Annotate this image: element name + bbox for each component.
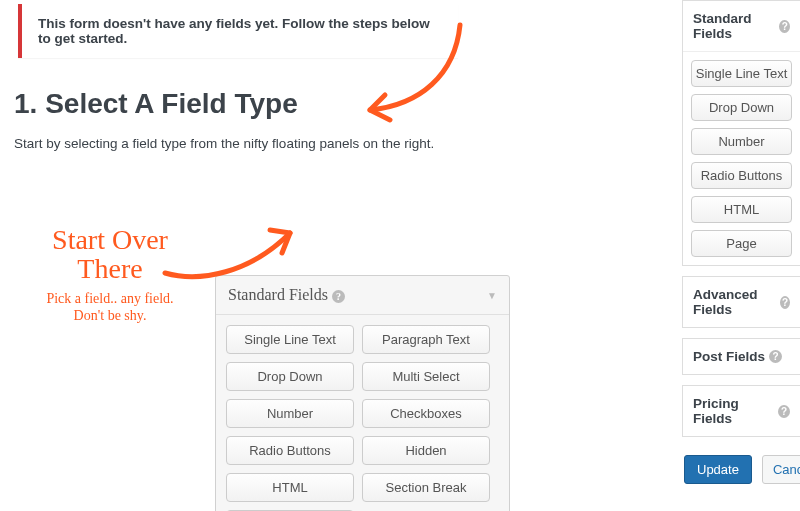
empty-form-notice: This form doesn't have any fields yet. F… [18, 4, 458, 58]
field-type-button[interactable]: Single Line Text [691, 60, 792, 87]
sidebar-panel-title: Post Fields [693, 349, 765, 364]
section-heading: 1. Select A Field Type [14, 88, 530, 120]
annotation-line: There [77, 253, 142, 284]
help-icon[interactable]: ? [332, 290, 345, 303]
field-type-button[interactable]: Page [691, 230, 792, 257]
field-type-button[interactable]: Radio Buttons [691, 162, 792, 189]
field-type-button[interactable]: Number [226, 399, 354, 428]
help-icon[interactable]: ? [769, 350, 782, 363]
annotation-sub: Pick a field.. any field. [46, 291, 173, 306]
sidebar-panel-header[interactable]: Standard Fields ? [683, 1, 800, 52]
sidebar-panel-header[interactable]: Pricing Fields ? [683, 386, 800, 436]
sidebar-panel-title: Advanced Fields [693, 287, 776, 317]
demo-panel-body: Single Line Text Paragraph Text Drop Dow… [216, 315, 509, 511]
field-type-button[interactable]: Paragraph Text [362, 325, 490, 354]
demo-fields-panel: Standard Fields ? ▼ Single Line Text Par… [215, 275, 510, 511]
demo-panel-header[interactable]: Standard Fields ? ▼ [216, 276, 509, 315]
field-type-button[interactable]: Hidden [362, 436, 490, 465]
field-type-button[interactable]: Radio Buttons [226, 436, 354, 465]
sidebar-standard-fields-panel: Standard Fields ? Single Line Text Drop … [682, 0, 800, 266]
update-button[interactable]: Update [684, 455, 752, 484]
sidebar-post-fields-panel[interactable]: Post Fields ? [682, 338, 800, 375]
sidebar-panel-title: Standard Fields [693, 11, 775, 41]
cancel-button[interactable]: Cancel [762, 455, 800, 484]
annotation-sub: Don't be shy. [74, 308, 147, 323]
field-type-button[interactable]: Checkboxes [362, 399, 490, 428]
sidebar-panel-title: Pricing Fields [693, 396, 774, 426]
field-type-button[interactable]: Number [691, 128, 792, 155]
chevron-down-icon[interactable]: ▼ [487, 290, 497, 301]
sidebar-panel-header[interactable]: Advanced Fields ? [683, 277, 800, 327]
help-icon[interactable]: ? [779, 20, 790, 33]
help-icon[interactable]: ? [780, 296, 790, 309]
sidebar-pricing-fields-panel[interactable]: Pricing Fields ? [682, 385, 800, 437]
help-icon[interactable]: ? [778, 405, 790, 418]
field-type-button[interactable]: HTML [691, 196, 792, 223]
handwritten-annotation: Start Over There Pick a field.. any fiel… [20, 225, 200, 325]
sidebar-advanced-fields-panel[interactable]: Advanced Fields ? [682, 276, 800, 328]
sidebar-panel-header[interactable]: Post Fields ? [683, 339, 800, 374]
field-type-button[interactable]: Single Line Text [226, 325, 354, 354]
annotation-line: Start Over [52, 224, 168, 255]
field-type-button[interactable]: Multi Select [362, 362, 490, 391]
demo-panel-title: Standard Fields [228, 286, 328, 303]
field-type-button[interactable]: Section Break [362, 473, 490, 502]
field-type-button[interactable]: Drop Down [691, 94, 792, 121]
field-type-button[interactable]: HTML [226, 473, 354, 502]
field-type-button[interactable]: Drop Down [226, 362, 354, 391]
notice-text: This form doesn't have any fields yet. F… [38, 16, 430, 46]
section-subtext: Start by selecting a field type from the… [14, 136, 530, 151]
